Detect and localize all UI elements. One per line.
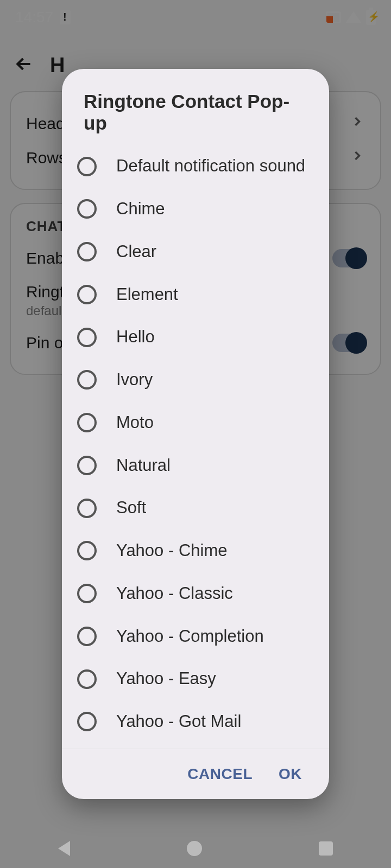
ringtone-options-list[interactable]: Default notification soundChimeClearElem… [62, 145, 329, 749]
radio-unchecked-icon[interactable] [77, 499, 97, 518]
ringtone-dialog: Ringtone Contact Pop-up Default notifica… [62, 69, 329, 799]
ringtone-option-label: Yahoo - Easy [116, 668, 216, 690]
ringtone-option[interactable]: Yahoo - Chime [73, 529, 318, 572]
modal-overlay[interactable]: Ringtone Contact Pop-up Default notifica… [0, 0, 391, 868]
ringtone-option[interactable]: Ivory [73, 359, 318, 401]
ringtone-option-label: Moto [116, 412, 154, 433]
ringtone-option[interactable]: Chime [73, 188, 318, 231]
radio-unchecked-icon[interactable] [77, 712, 97, 731]
ringtone-option[interactable]: Moto [73, 401, 318, 444]
ringtone-option[interactable]: Yahoo - Easy [73, 658, 318, 700]
radio-unchecked-icon[interactable] [77, 456, 97, 475]
ringtone-option-label: Yahoo - Got Mail [116, 711, 241, 732]
ringtone-option[interactable]: Natural [73, 444, 318, 487]
ringtone-option[interactable]: Yahoo - Classic [73, 572, 318, 615]
ringtone-option-label: Natural [116, 455, 171, 476]
radio-unchecked-icon[interactable] [77, 328, 97, 347]
system-navbar [0, 829, 391, 868]
radio-unchecked-icon[interactable] [77, 584, 97, 603]
radio-unchecked-icon[interactable] [77, 157, 97, 176]
ringtone-option[interactable]: Yahoo - Got Mail [73, 700, 318, 743]
nav-back-icon[interactable] [58, 841, 70, 856]
radio-unchecked-icon[interactable] [77, 413, 97, 432]
nav-home-icon[interactable] [187, 841, 202, 856]
ringtone-option-label: Default notification sound [116, 156, 305, 177]
radio-unchecked-icon[interactable] [77, 199, 97, 219]
ringtone-option-label: Element [116, 284, 178, 305]
radio-unchecked-icon[interactable] [77, 285, 97, 304]
dialog-actions: CANCEL OK [62, 749, 329, 799]
ringtone-option[interactable]: Element [73, 273, 318, 316]
ringtone-option-label: Ivory [116, 369, 153, 391]
ringtone-option[interactable]: Default notification sound [73, 145, 318, 188]
radio-unchecked-icon[interactable] [77, 541, 97, 560]
cancel-button[interactable]: CANCEL [187, 765, 253, 783]
ringtone-option-label: Yahoo - Chime [116, 540, 227, 561]
ok-button[interactable]: OK [279, 765, 302, 783]
ringtone-option[interactable]: Soft [73, 487, 318, 529]
ringtone-option-label: Yahoo - Classic [116, 583, 233, 604]
radio-unchecked-icon[interactable] [77, 370, 97, 390]
ringtone-option[interactable]: Yahoo - Completion [73, 615, 318, 658]
radio-unchecked-icon[interactable] [77, 669, 97, 689]
ringtone-option[interactable]: Clear [73, 231, 318, 273]
radio-unchecked-icon[interactable] [77, 627, 97, 646]
ringtone-option-label: Yahoo - Completion [116, 626, 264, 647]
ringtone-option-label: Chime [116, 199, 165, 220]
ringtone-option-label: Soft [116, 497, 146, 519]
radio-unchecked-icon[interactable] [77, 242, 97, 261]
nav-recent-icon[interactable] [319, 841, 333, 856]
ringtone-option-label: Clear [116, 241, 156, 263]
ringtone-option[interactable]: Hello [73, 316, 318, 359]
dialog-title: Ringtone Contact Pop-up [62, 69, 329, 145]
ringtone-option-label: Hello [116, 327, 155, 348]
